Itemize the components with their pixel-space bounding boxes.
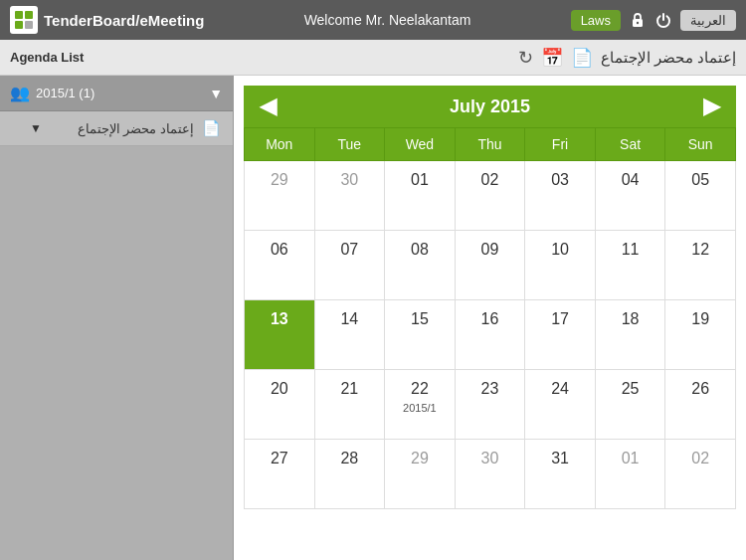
group-icon: 👥 [10,84,30,102]
cell-day-number: 01 [622,450,640,467]
cell-day-number: 23 [481,380,499,397]
cell-day-number: 05 [691,171,709,188]
laws-button[interactable]: Laws [571,10,621,31]
sub-header-title: إعتماد محضر الإجتماع [601,49,736,67]
header-right: Laws العربية [571,10,736,31]
svg-point-5 [637,22,639,24]
calendar-cell[interactable]: 23 [455,370,525,440]
calendar-cell[interactable]: 05 [665,161,736,231]
calendar-week-3: 2021222015/123242526 [245,370,736,440]
app-title: TenderBoard/eMeeting [44,12,204,29]
next-month-button[interactable]: ▶ [703,93,720,119]
calendar-cell[interactable]: 16 [455,300,525,370]
calendar-cell[interactable]: 13 [245,300,315,370]
calendar-cell[interactable]: 21 [314,370,385,440]
calendar-cell[interactable]: 12 [665,231,736,300]
cell-day-number: 22 [411,380,429,397]
cell-day-number: 11 [622,241,640,258]
cell-day-number: 17 [551,310,569,327]
welcome-text: Welcome Mr. Neelakantam [304,12,471,28]
calendar-week-4: 27282930310102 [245,440,736,509]
prev-month-button[interactable]: ◀ [260,93,277,119]
cell-day-number: 01 [411,171,429,188]
calendar-cell[interactable]: 26 [665,370,736,440]
refresh-icon[interactable]: ↻ [518,47,533,69]
calendar-cell[interactable]: 29 [385,440,456,509]
calendar-cell[interactable]: 04 [595,161,665,231]
calendar-cell[interactable]: 09 [455,231,525,300]
cell-day-number: 14 [340,310,358,327]
lock-icon[interactable] [629,11,647,29]
calendar-cell[interactable]: 01 [595,440,665,509]
day-header-wed: Wed [385,128,456,161]
calendar-week-2: 13141516171819 [245,300,736,370]
cell-day-number: 07 [340,241,358,258]
calendar-cell[interactable]: 01 [385,161,456,231]
main-layout: 👥 2015/1 (1) ▼ 📄 إعتماد محضر الإجتماع ▼ … [0,76,746,560]
cell-day-number: 31 [551,450,569,467]
cell-day-number: 18 [622,310,640,327]
calendar-cell[interactable]: 02 [455,161,525,231]
cell-day-number: 30 [481,450,499,467]
cell-day-number: 29 [271,171,288,188]
cell-day-number: 29 [411,450,429,467]
cell-day-number: 02 [481,171,499,188]
calendar-cell[interactable]: 11 [595,231,665,300]
sidebar-section-header[interactable]: 👥 2015/1 (1) ▼ [0,76,233,111]
chevron-down-icon: ▼ [209,86,223,101]
calendar-cell[interactable]: 222015/1 [385,370,456,440]
calendar-cell[interactable]: 19 [665,300,736,370]
calendar-cell[interactable]: 08 [385,231,456,300]
calendar-cell[interactable]: 07 [314,231,385,300]
day-header-sun: Sun [665,128,736,161]
svg-rect-3 [25,21,33,29]
logo-icon [10,6,38,34]
calendar-cell[interactable]: 02 [665,440,736,509]
calendar-cell[interactable]: 17 [525,300,596,370]
calendar-cell[interactable]: 18 [595,300,665,370]
cell-day-number: 30 [340,171,358,188]
sub-header: Agenda List إعتماد محضر الإجتماع 📄 📅 ↻ [0,40,746,76]
calendar-icon[interactable]: 📅 [541,47,563,69]
calendar-cell[interactable]: 30 [314,161,385,231]
svg-rect-0 [15,11,23,19]
cell-day-number: 19 [691,310,709,327]
calendar-cell[interactable]: 03 [525,161,596,231]
calendar-cell[interactable]: 30 [455,440,525,509]
calendar-cell[interactable]: 14 [314,300,385,370]
calendar-week-0: 29300102030405 [245,161,736,231]
day-header-fri: Fri [525,128,596,161]
calendar-cell[interactable]: 20 [245,370,315,440]
calendar-cell[interactable]: 25 [595,370,665,440]
cell-day-number: 09 [481,241,499,258]
cell-day-number: 10 [551,241,569,258]
agenda-list-label: Agenda List [10,50,84,65]
calendar-cell[interactable]: 28 [314,440,385,509]
calendar-cell[interactable]: 27 [245,440,315,509]
calendar-area: ◀ July 2015 ▶ MonTueWedThuFriSatSun 2930… [234,76,746,560]
cell-day-number: 24 [551,380,569,397]
day-header-sat: Sat [595,128,665,161]
calendar-cell[interactable]: 06 [245,231,315,300]
header: TenderBoard/eMeeting Welcome Mr. Neelaka… [0,0,746,40]
svg-rect-2 [15,21,23,29]
day-header-tue: Tue [314,128,385,161]
cell-day-number: 16 [481,310,499,327]
calendar-table: MonTueWedThuFriSatSun 293001020304050607… [244,127,736,509]
document-icon[interactable]: 📄 [571,47,593,69]
sidebar-item-meeting[interactable]: 📄 إعتماد محضر الإجتماع ▼ [0,111,233,146]
cell-day-number: 06 [271,241,288,258]
power-icon[interactable] [654,11,672,29]
calendar-cell[interactable]: 29 [245,161,315,231]
cell-day-number: 08 [411,241,429,258]
sidebar-section-label: 2015/1 (1) [36,86,94,100]
day-header-mon: Mon [245,128,315,161]
calendar-cell[interactable]: 24 [525,370,596,440]
sidebar-item-label: إعتماد محضر الإجتماع [78,121,194,136]
calendar-cell[interactable]: 10 [525,231,596,300]
arabic-button[interactable]: العربية [680,10,736,31]
calendar-cell[interactable]: 31 [525,440,596,509]
cell-day-number: 03 [551,171,569,188]
cell-day-number: 02 [691,450,709,467]
calendar-cell[interactable]: 15 [385,300,456,370]
